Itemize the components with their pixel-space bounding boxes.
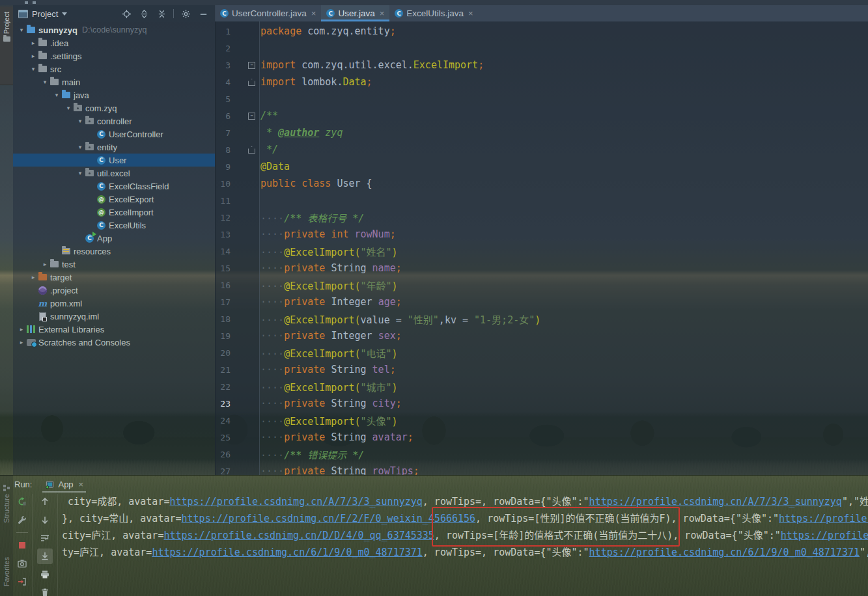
code-line-15: 15····private String name; [215,260,868,277]
tree-item-excelutils[interactable]: CExcelUtils [13,219,215,232]
project-panel-title[interactable]: Project [32,9,58,19]
tab-user-java[interactable]: CUser.java× [321,5,389,21]
fold-marker-icon[interactable] [248,146,255,154]
tree-item-main[interactable]: ▾main [13,75,215,88]
tree-item-src[interactable]: ▾src [13,62,215,75]
gear-icon[interactable] [180,8,191,20]
tree-item-scratches-and-consoles[interactable]: ▸Scratches and Consoles [13,336,215,349]
hide-icon[interactable] [197,8,209,20]
class-icon: C [96,156,106,165]
console-down-button[interactable] [37,512,53,528]
chevron-down-icon[interactable] [62,12,67,16]
whitespace-dots: ···· [260,431,284,443]
whitespace-dots: ···· [260,314,284,326]
run-exit-button[interactable] [14,574,30,589]
console-link[interactable]: https://profile.cs [779,513,868,524]
chevron-right-icon[interactable]: ▸ [29,271,38,284]
tree-item-excelexport[interactable]: @ExcelExport [13,193,215,206]
chevron-right-icon[interactable]: ▸ [17,323,26,336]
line-number: 11 [215,196,231,206]
collapseall-icon[interactable] [156,8,167,20]
console-link[interactable]: https://profile.csdnimg.cn/6/1/9/0_m0_48… [589,547,860,558]
tree-item-pom-xml[interactable]: mpom.xml [13,297,215,310]
fold-marker-icon[interactable]: − [248,113,255,120]
line-number: 5 [215,94,231,104]
console-softwrap-button[interactable] [37,530,53,546]
tree-item-sunnyzyq-iml[interactable]: sunnyzyq.iml [13,310,215,323]
console-scrollend-button[interactable] [37,549,53,564]
fold-marker-icon[interactable]: − [248,62,255,69]
chevron-right-icon[interactable]: ▸ [40,258,49,271]
tab-excelutils-java[interactable]: CExcelUtils.java× [389,5,478,21]
console-link[interactable]: https://profile.c [781,530,868,541]
code-text: ····private String city; [259,398,402,409]
tree-item-external-libraries[interactable]: ▸External Libraries [13,323,215,336]
console-link[interactable]: https://profile.csdnimg.cn/6/1/9/0_m0_48… [152,547,422,558]
chevron-down-icon[interactable]: ▾ [17,23,26,36]
tree-item-controller[interactable]: ▾controller [13,115,215,128]
close-icon[interactable]: × [468,8,473,18]
tree-item-usercontroller[interactable]: CUserController [13,128,215,141]
line-number: 26 [215,450,231,459]
chevron-right-icon[interactable]: ▸ [29,49,38,62]
code-line-6: 6−/** [215,107,868,124]
project-stripe-button[interactable]: Project [0,7,13,85]
console-trash-button[interactable] [37,585,53,596]
run-camera-button[interactable] [14,556,30,571]
chevron-down-icon[interactable]: ▾ [64,102,73,115]
tree-item-label: target [50,273,72,282]
tree-item-idea[interactable]: ▸.idea [13,36,215,49]
tree-item-settings[interactable]: ▸.settings [13,49,215,62]
tab-usercontroller-java[interactable]: CUserController.java× [215,5,321,21]
tree-item-excelclassfield[interactable]: CExcelClassField [13,180,215,193]
run-stop-button[interactable] [14,537,30,553]
tree-item-app[interactable]: CApp [13,232,215,245]
run-wrench-button[interactable] [14,512,30,528]
close-icon[interactable]: × [380,8,385,18]
code-text: ····@ExcelImport("头像") [259,414,398,427]
code-line-3: 3−import com.zyq.util.excel.ExcelImport; [215,57,868,74]
tree-item-resources[interactable]: resources [13,245,215,258]
run-header: Run: App × [0,476,868,493]
tree-item-com-zyq[interactable]: ▾com.zyq [13,102,215,115]
close-icon[interactable]: × [79,480,84,489]
code-line-8: 8 */ [215,141,868,158]
console-link[interactable]: https://profile.csdnimg.cn/D/D/4/0_qq_63… [163,530,434,541]
code-editor[interactable]: 1package com.zyq.entity;23−import com.zy… [215,21,868,475]
line-number: 16 [215,280,231,290]
code-line-18: 18····@ExcelImport(value = "性别",kv = "1-… [215,310,868,327]
tree-item-user[interactable]: CUser [13,154,215,167]
tree-item-util-excel[interactable]: ▾util.excel [13,167,215,180]
console-up-button[interactable] [37,494,53,509]
run-tab-app[interactable]: App × [42,476,86,493]
chevron-down-icon[interactable]: ▾ [76,141,85,154]
line-number: 18 [215,314,231,324]
chevron-down-icon[interactable]: ▾ [29,62,38,75]
tree-item-excelimport[interactable]: @ExcelImport [13,206,215,219]
run-grid-button[interactable] [14,592,30,596]
console-link[interactable]: https://profile.csdnimg.cn/A/7/3/3_sunny… [589,496,842,508]
tree-item-sunnyzyq[interactable]: ▾sunnyzyqD:\code\sunnyzyq [13,23,215,36]
chevron-right-icon[interactable]: ▸ [29,36,38,49]
tree-item-target[interactable]: ▸target [13,271,215,284]
console-print-button[interactable] [37,567,53,582]
console-link[interactable]: https://profile.csdnimg.cn/A/7/3/3_sunny… [169,496,422,508]
tree-item-project[interactable]: .project [13,284,215,297]
locate-icon[interactable] [120,8,132,20]
expandall-icon[interactable] [138,8,150,20]
tree-item-entity[interactable]: ▾entity [13,141,215,154]
tree-item-test[interactable]: ▸test [13,258,215,271]
chevron-down-icon[interactable]: ▾ [76,115,85,128]
fold-marker-icon[interactable] [248,79,255,86]
run-rerun-button[interactable] [14,494,30,509]
code-line-5: 5 [215,90,868,107]
chevron-down-icon[interactable]: ▾ [52,88,61,102]
whitespace-dots: ···· [260,364,284,375]
chevron-right-icon[interactable]: ▸ [17,336,26,349]
project-tree: ▾sunnyzyqD:\code\sunnyzyq▸.idea▸.setting… [13,23,215,349]
chevron-down-icon[interactable]: ▾ [76,167,85,180]
chevron-down-icon[interactable]: ▾ [40,75,49,88]
class-run-icon: C [85,234,94,243]
close-icon[interactable]: × [311,8,316,18]
tree-item-java[interactable]: ▾java [13,88,215,102]
